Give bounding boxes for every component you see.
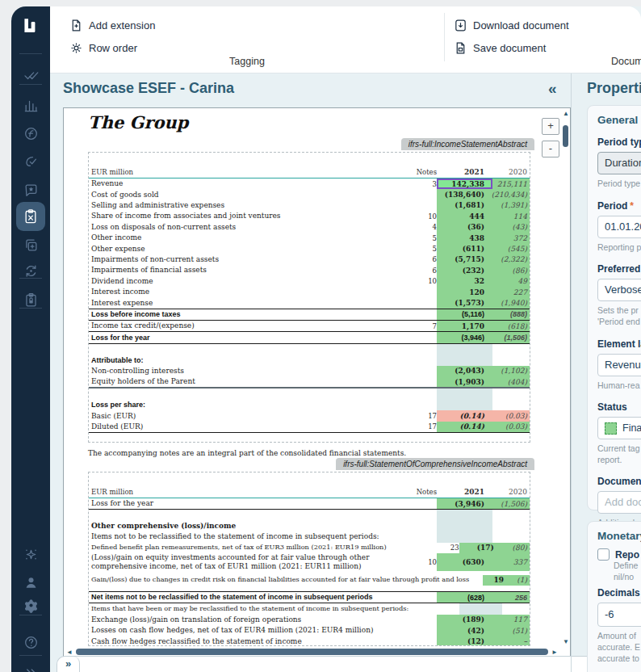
value-2020-cell[interactable]: 114 [492, 211, 530, 221]
value-2021-cell[interactable]: 142,338 [437, 178, 492, 189]
value-2021-cell[interactable]: (138,640) [437, 189, 492, 200]
user-button[interactable] [11, 574, 50, 590]
value-2021-cell[interactable]: (611) [437, 243, 492, 254]
validation-check-icon [23, 154, 39, 170]
value-2021-cell[interactable]: 19 [483, 575, 512, 586]
value-2021-cell[interactable]: (3,946) [437, 498, 492, 509]
copy-stack-button[interactable] [11, 237, 50, 253]
value-2021-cell[interactable]: (1,573) [437, 297, 492, 308]
value-2021-cell[interactable]: 120 [437, 287, 492, 297]
value-2020-cell[interactable]: (2,322) [492, 254, 530, 265]
expand-bottom-panel-button[interactable]: » [57, 657, 80, 672]
value-2020-cell[interactable]: (86) [492, 265, 530, 275]
value-2021-cell[interactable]: (1,903) [437, 376, 492, 387]
value-2020-cell[interactable]: (618) [492, 321, 530, 331]
tag-badge-income-statement[interactable]: ifrs-full:IncomeStatementAbstract [401, 138, 534, 150]
value-2021-cell[interactable]: (17) [459, 543, 502, 553]
row-order-button[interactable]: Row order [69, 40, 137, 56]
value-2020-cell [492, 531, 530, 542]
value-2020-cell[interactable]: (1) [512, 575, 530, 586]
value-2020-cell[interactable]: (43) [492, 222, 530, 233]
scroll-down-arrow[interactable]: ▼ [563, 638, 569, 645]
value-2020-cell[interactable]: (404) [492, 376, 530, 387]
value-2021-cell[interactable]: 32 [437, 276, 492, 287]
value-2021-cell[interactable]: 438 [437, 233, 492, 243]
value-2020-cell[interactable]: (1,506) [492, 332, 530, 342]
row-label: Selling and administrative expenses [89, 201, 406, 210]
scroll-right-arrow[interactable]: ► [551, 649, 558, 656]
value-2020-cell[interactable]: (1,391) [492, 200, 530, 211]
preferred-label-field[interactable]: Verbose [597, 279, 641, 301]
table-row: Selling and administrative expenses(1,68… [89, 200, 530, 211]
double-check-button[interactable] [11, 67, 50, 83]
value-2020-cell[interactable]: (210,434) [492, 189, 530, 200]
value-2020-cell[interactable]: (80) [502, 543, 530, 553]
value-2020-cell[interactable]: 117 [492, 615, 530, 625]
sync-review-button[interactable] [11, 262, 50, 279]
value-2020-cell[interactable]: (0.03) [492, 422, 530, 432]
period-type-field[interactable]: Duration [597, 152, 641, 174]
value-2020-cell [492, 388, 530, 399]
collapse-panel-button[interactable]: « [548, 80, 557, 98]
row-label: Impairments of financial assets [89, 266, 406, 275]
value-2021-cell[interactable]: (0.14) [437, 410, 492, 421]
spacer-row [89, 344, 530, 355]
element-label-field[interactable]: Revenue [597, 354, 641, 376]
value-2021-cell[interactable]: (36) [437, 222, 492, 233]
comment-star-button[interactable] [11, 182, 50, 198]
value-2020-cell[interactable]: (0.03) [492, 410, 530, 421]
value-2020-cell[interactable]: 372 [492, 233, 530, 243]
horizontal-scroll-thumb[interactable] [76, 649, 548, 655]
value-2020-cell[interactable]: (1,506) [492, 498, 530, 509]
settings-flower-button[interactable] [11, 597, 50, 613]
save-document-button[interactable]: Save document [454, 40, 546, 56]
value-2021-cell[interactable]: 1,170 [437, 321, 492, 331]
value-2020-cell[interactable]: 337 [492, 553, 530, 571]
value-2021-cell[interactable]: (5,715) [437, 254, 492, 265]
formula-button[interactable] [11, 125, 50, 141]
value-2021-cell[interactable]: (1,681) [437, 200, 492, 211]
value-2021-cell[interactable]: (0.14) [437, 422, 492, 432]
vertical-scroll-thumb[interactable] [563, 125, 568, 147]
download-document-button[interactable]: Download document [454, 17, 569, 33]
documentation-field[interactable]: Add documentation [597, 491, 641, 514]
value-2021-cell[interactable]: (3,946) [437, 332, 492, 342]
period-field[interactable]: 01.01.2021 [597, 216, 641, 238]
scroll-up-arrow[interactable]: ▲ [563, 110, 569, 117]
zoom-out-button[interactable]: - [542, 141, 559, 158]
tag-badge-comprehensive-income[interactable]: ifrs-full:StatementOfComprehensiveIncome… [336, 458, 534, 470]
value-2020-cell[interactable]: 49 [492, 276, 530, 287]
value-2021-cell[interactable]: (2,043) [437, 366, 492, 376]
bar-chart-button[interactable] [11, 97, 50, 113]
ai-sparkle-button[interactable] [11, 546, 50, 562]
value-2020-cell[interactable]: – [492, 636, 530, 647]
value-2021-cell[interactable]: (42) [437, 625, 492, 636]
status-field[interactable]: Final [597, 417, 641, 439]
value-2021-cell[interactable]: (12) [437, 636, 492, 647]
help-button[interactable] [11, 634, 50, 650]
tagging-clipboard-button[interactable] [16, 202, 45, 231]
value-2020-cell[interactable]: (1,940) [492, 297, 530, 308]
expand-sidebar-button[interactable] [11, 666, 50, 672]
value-2021-cell[interactable]: (5,116) [437, 309, 492, 320]
add-extension-button[interactable]: Add extension [69, 17, 155, 33]
value-2021-cell[interactable]: (630) [437, 553, 492, 571]
value-2021-cell[interactable]: (232) [437, 265, 492, 275]
validation-check-button[interactable] [11, 153, 50, 170]
value-2021-cell[interactable]: (628) [437, 592, 492, 603]
zoom-in-button[interactable]: + [542, 118, 559, 135]
value-2020-cell[interactable]: (888) [492, 309, 530, 320]
value-2020-cell[interactable]: (51) [492, 625, 530, 636]
value-2020-cell[interactable]: 215,111 [492, 178, 530, 189]
value-2020-cell[interactable]: (545) [492, 243, 530, 254]
clipboard-lock-button[interactable] [11, 292, 50, 308]
value-2020-cell[interactable]: 256 [492, 592, 530, 603]
value-2020-cell[interactable]: (1,102) [492, 366, 530, 376]
vertical-scrollbar[interactable]: ▲ ▼ [560, 108, 570, 647]
scroll-left-arrow[interactable]: ◄ [66, 649, 73, 656]
value-2021-cell[interactable]: (189) [437, 615, 492, 625]
value-2020-cell[interactable]: 227 [492, 287, 530, 297]
value-2021-cell[interactable]: 444 [437, 211, 492, 221]
reported-checkbox[interactable] [597, 548, 610, 561]
decimals-field[interactable]: -6 [597, 603, 641, 627]
